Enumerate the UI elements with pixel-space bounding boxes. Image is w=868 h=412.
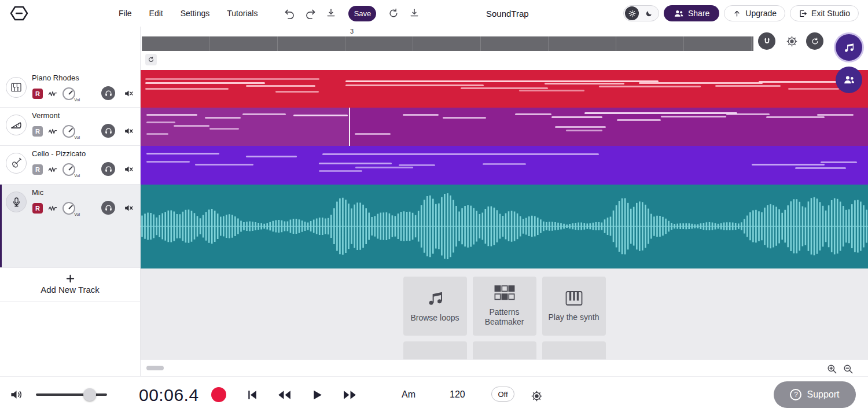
track-name[interactable]: Piano Rhodes — [32, 73, 79, 82]
collaboration-fab-people-icon[interactable] — [836, 67, 862, 93]
synth-icon[interactable] — [6, 115, 27, 135]
solo-headphones-icon[interactable] — [101, 201, 115, 215]
midi-note[interactable] — [403, 114, 439, 116]
piano-icon[interactable] — [6, 77, 27, 98]
midi-note[interactable] — [246, 85, 315, 87]
menu-file[interactable]: File — [110, 5, 141, 21]
midi-note[interactable] — [715, 85, 781, 87]
midi-note[interactable] — [795, 167, 846, 169]
midi-note[interactable] — [817, 114, 854, 116]
midi-activity-icon[interactable] — [48, 90, 57, 98]
midi-activity-icon[interactable] — [48, 204, 57, 212]
fast-forward-button[interactable] — [339, 384, 361, 406]
play-the-synth-button[interactable]: Play the synth — [542, 277, 606, 336]
midi-note[interactable] — [146, 122, 175, 123]
midi-note[interactable] — [759, 81, 846, 83]
track-name[interactable]: Cello - Pizzicato — [32, 149, 86, 158]
midi-note[interactable] — [319, 170, 362, 172]
import-file-button[interactable] — [403, 341, 467, 359]
midi-note[interactable] — [399, 164, 435, 166]
midi-note[interactable] — [551, 116, 602, 118]
midi-note[interactable] — [584, 112, 737, 114]
soundtrap-logo-icon[interactable] — [9, 6, 29, 21]
audio-waveform[interactable] — [141, 185, 868, 268]
clip-boundary[interactable] — [349, 108, 350, 146]
midi-note[interactable] — [752, 164, 825, 165]
mute-icon[interactable] — [121, 124, 136, 138]
master-volume-slider[interactable] — [36, 393, 107, 396]
track-header-piano-rhodes[interactable]: Piano Rhodes R Vol — [0, 70, 140, 108]
midi-note[interactable] — [322, 153, 599, 155]
loop-toggle-button[interactable] — [806, 32, 823, 50]
loop-region-icon[interactable] — [145, 54, 157, 65]
add-new-track-button[interactable]: Add New Track — [0, 268, 140, 301]
dark-theme-icon[interactable] — [642, 7, 655, 20]
midi-note[interactable] — [617, 119, 660, 121]
track-name[interactable]: Vermont — [32, 111, 60, 120]
transport-settings-gear-icon[interactable] — [529, 388, 544, 403]
menu-tutorials[interactable]: Tutorials — [218, 5, 266, 21]
menu-settings[interactable]: Settings — [172, 5, 219, 21]
solo-headphones-icon[interactable] — [101, 124, 115, 138]
midi-note[interactable] — [483, 163, 526, 165]
theme-toggle[interactable] — [623, 5, 659, 21]
patterns-beatmaker-button[interactable]: Patterns Beatmaker — [473, 277, 536, 336]
midi-note[interactable] — [246, 156, 297, 157]
midi-note[interactable] — [145, 82, 265, 84]
zoom-out-icon[interactable] — [841, 362, 854, 375]
midi-note[interactable] — [345, 84, 484, 86]
track-name[interactable]: Mic — [32, 188, 43, 197]
midi-note[interactable] — [443, 117, 486, 119]
midi-activity-icon[interactable] — [48, 127, 57, 135]
volume-knob[interactable]: Vol — [62, 163, 75, 176]
record-arm-badge[interactable]: R — [32, 89, 43, 99]
track-header-mic[interactable]: Mic R Vol — [0, 185, 140, 268]
volume-slider-handle[interactable] — [83, 388, 96, 401]
track-lane-vermont[interactable] — [141, 108, 868, 146]
volume-knob[interactable]: Vol — [62, 125, 75, 138]
master-volume-icon[interactable] — [9, 389, 24, 400]
skip-to-start-button[interactable] — [241, 384, 263, 406]
midi-note[interactable] — [766, 116, 825, 118]
rewind-button[interactable] — [273, 384, 295, 406]
midi-note[interactable] — [146, 133, 168, 135]
midi-note[interactable] — [661, 116, 726, 117]
mute-icon[interactable] — [121, 162, 136, 176]
midi-note[interactable] — [293, 115, 348, 116]
track-header-cello-pizzicato[interactable]: Cello - Pizzicato R Vol — [0, 146, 140, 185]
solo-headphones-icon[interactable] — [101, 86, 115, 100]
new-window-button[interactable] — [473, 341, 536, 359]
menu-edit[interactable]: Edit — [141, 5, 172, 21]
record-button[interactable] — [211, 387, 226, 402]
undo-icon[interactable] — [280, 4, 299, 23]
support-button[interactable]: ? Support — [774, 381, 856, 408]
record-arm-badge[interactable]: R — [32, 203, 43, 214]
midi-note[interactable] — [275, 91, 319, 93]
timeline-settings-gear-icon[interactable] — [784, 34, 799, 49]
mic-icon[interactable] — [6, 192, 27, 212]
midi-note[interactable] — [146, 153, 219, 154]
project-bpm[interactable]: 120 — [450, 389, 465, 400]
solo-headphones-icon[interactable] — [101, 162, 115, 176]
share-button[interactable]: Share — [664, 5, 719, 21]
midi-activity-icon[interactable] — [48, 165, 57, 174]
track-lane-cello-pizzicato[interactable] — [141, 146, 868, 185]
midi-note[interactable] — [726, 113, 770, 115]
mute-icon[interactable] — [121, 201, 136, 215]
midi-note[interactable] — [788, 88, 839, 90]
download-icon[interactable] — [322, 4, 340, 23]
midi-note[interactable] — [195, 164, 253, 165]
midi-note[interactable] — [566, 130, 602, 131]
upgrade-button[interactable]: Upgrade — [724, 5, 785, 21]
record-arm-badge[interactable]: R — [32, 126, 43, 137]
midi-note[interactable] — [242, 113, 286, 115]
track-header-vermont[interactable]: Vermont R Vol — [0, 108, 140, 146]
midi-note[interactable] — [146, 114, 197, 116]
timeline-ruler[interactable] — [142, 36, 753, 51]
play-button[interactable] — [306, 384, 328, 406]
midi-note[interactable] — [519, 90, 584, 91]
export-icon[interactable] — [405, 4, 424, 23]
midi-note[interactable] — [555, 126, 606, 128]
browse-loops-button[interactable]: Browse loops — [403, 277, 467, 336]
exit-studio-button[interactable]: Exit Studio — [790, 5, 859, 21]
